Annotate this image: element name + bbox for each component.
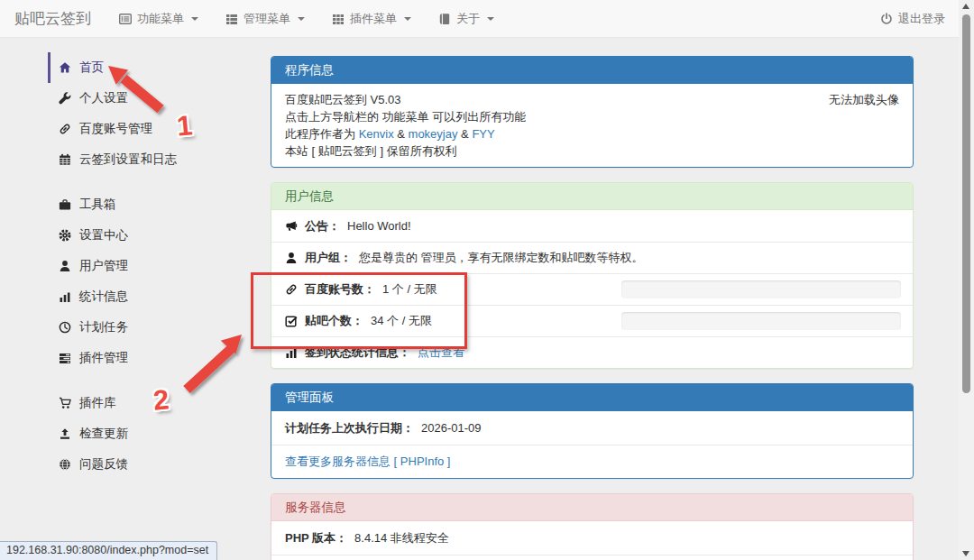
- sidebar-item-label: 设置中心: [79, 227, 128, 243]
- phpinfo-row: 查看更多服务器信息 [ PHPInfo ]: [271, 445, 913, 478]
- row-label: 公告：: [305, 218, 340, 234]
- nav-menu-label: 关于: [456, 11, 480, 27]
- link-icon: [59, 123, 71, 135]
- wrench-icon: [59, 92, 71, 105]
- home-icon: [59, 61, 71, 74]
- browser-status-url: 192.168.31.90:8080/index.php?mod=set: [0, 541, 217, 560]
- program-authors-line: 此程序作者为 Kenvix & mokeyjay & FYY: [285, 125, 899, 142]
- progress-bar: [621, 280, 901, 298]
- app-brand[interactable]: 贴吧云签到: [0, 8, 106, 29]
- sidebar-item[interactable]: 设置中心: [48, 220, 260, 251]
- sidebar-item[interactable]: 插件管理: [48, 343, 260, 373]
- panel-title: 用户信息: [271, 183, 913, 210]
- sidebar-item[interactable]: 百度账号管理: [48, 114, 260, 144]
- top-navbar: 贴吧云签到 功能菜单管理菜单插件菜单关于 退出登录: [0, 0, 974, 38]
- th-list-icon: [225, 13, 238, 25]
- sidebar-item[interactable]: 计划任务: [48, 312, 260, 343]
- caret-down-icon: [298, 17, 305, 21]
- progress-bar: [621, 312, 901, 330]
- nav-menu-item-0[interactable]: 功能菜单: [106, 0, 212, 37]
- nav-menu-label: 插件菜单: [350, 11, 397, 27]
- sidebar: 首页个人设置百度账号管理云签到设置和日志工具箱设置中心用户管理统计信息计划任务插…: [48, 52, 260, 494]
- th-icon: [332, 13, 345, 25]
- row-value: 您是尊贵的 管理员，享有无限绑定数和贴吧数等特权。: [359, 250, 644, 266]
- sidebar-item-label: 个人设置: [79, 90, 128, 106]
- cart-icon: [59, 397, 71, 409]
- phpinfo-link[interactable]: 查看更多服务器信息 [ PHPInfo ]: [285, 454, 450, 470]
- sidebar-item-label: 问题反馈: [79, 456, 128, 473]
- globe-icon: [59, 458, 71, 471]
- sidebar-item-label: 首页: [79, 60, 104, 76]
- logout-button[interactable]: 退出登录: [880, 11, 945, 27]
- nav-menu-item-2[interactable]: 插件菜单: [318, 0, 425, 37]
- scrollbar-thumb[interactable]: [962, 14, 970, 393]
- panel-title: 程序信息: [271, 57, 913, 84]
- panel-title: 服务器信息: [271, 494, 913, 521]
- sidebar-item-label: 插件管理: [79, 350, 128, 366]
- power-icon: [880, 13, 893, 25]
- sidebar-group: 工具箱设置中心用户管理统计信息计划任务插件管理: [48, 189, 260, 373]
- tasks-icon: [59, 352, 71, 364]
- sidebar-item[interactable]: 统计信息: [48, 281, 260, 312]
- sidebar-item[interactable]: 首页: [48, 52, 260, 83]
- nav-menu-label: 功能菜单: [137, 11, 184, 27]
- user-info-row: 公告：Hello World!: [271, 210, 913, 242]
- cron-last-run-date: 2026-01-09: [421, 421, 482, 435]
- bar-chart-icon: [59, 290, 71, 303]
- sidebar-item[interactable]: 工具箱: [48, 189, 260, 220]
- author-link[interactable]: FYY: [472, 127, 494, 141]
- book-icon: [438, 13, 451, 25]
- sidebar-item-label: 计划任务: [79, 319, 128, 335]
- sidebar-item[interactable]: 云签到设置和日志: [48, 144, 260, 175]
- program-info-body: 无法加载头像 百度贴吧云签到 V5.03 点击上方导航栏的 功能菜单 可以列出所…: [271, 84, 913, 167]
- gear-icon: [59, 229, 71, 242]
- sidebar-item-label: 百度账号管理: [79, 121, 152, 137]
- user-icon: [59, 260, 71, 272]
- nav-menus: 功能菜单管理菜单插件菜单关于: [106, 0, 508, 37]
- nav-menu-label: 管理菜单: [244, 11, 290, 27]
- upload-icon: [59, 427, 71, 440]
- caret-down-icon: [404, 17, 411, 21]
- row-value: Hello World!: [347, 219, 411, 233]
- sidebar-item[interactable]: 用户管理: [48, 251, 260, 281]
- caret-down-icon: [487, 17, 494, 21]
- logout-label: 退出登录: [898, 11, 945, 27]
- bullhorn-icon: [285, 220, 298, 233]
- sidebar-item-label: 工具箱: [79, 197, 116, 213]
- user-icon: [285, 252, 298, 264]
- php-version-label: PHP 版本：: [285, 530, 347, 546]
- scrollbar-down-icon[interactable]: [962, 551, 969, 556]
- php-version-value: 8.4.14 非线程安全: [354, 530, 449, 546]
- nav-menu-item-3[interactable]: 关于: [425, 0, 508, 37]
- row-label: 用户组：: [305, 250, 352, 266]
- php-version-row: PHP 版本： 8.4.14 非线程安全: [271, 521, 913, 555]
- user-info-row: 用户组：您是尊贵的 管理员，享有无限绑定数和贴吧数等特权。: [271, 242, 913, 273]
- scrollbar-up-icon[interactable]: [962, 4, 969, 9]
- author-link[interactable]: mokeyjay: [409, 127, 458, 141]
- server-info-panel: 服务器信息 PHP 版本： 8.4.14 非线程安全: [271, 493, 914, 560]
- program-info-panel: 程序信息 无法加载头像 百度贴吧云签到 V5.03 点击上方导航栏的 功能菜单 …: [271, 56, 914, 168]
- sidebar-item-label: 插件库: [79, 395, 116, 411]
- sidebar-item-label: 检查更新: [79, 426, 128, 442]
- scrollbar[interactable]: [959, 0, 974, 560]
- list-alt-icon: [119, 13, 132, 25]
- nav-menu-item-1[interactable]: 管理菜单: [212, 0, 318, 37]
- sidebar-item[interactable]: 问题反馈: [48, 449, 260, 480]
- briefcase-icon: [59, 198, 71, 211]
- sidebar-group: 首页个人设置百度账号管理云签到设置和日志: [48, 52, 260, 175]
- cron-last-run-label: 计划任务上次执行日期：: [285, 420, 414, 436]
- annotation-step-2: 2: [152, 383, 170, 417]
- author-link[interactable]: Kenvix: [359, 127, 394, 141]
- cron-last-run-row: 计划任务上次执行日期： 2026-01-09: [271, 411, 913, 445]
- caret-down-icon: [191, 17, 198, 21]
- sidebar-item-label: 用户管理: [79, 258, 128, 274]
- sidebar-item[interactable]: 检查更新: [48, 418, 260, 449]
- server-info-row-clipped: [271, 555, 913, 560]
- program-copyright-line: 本站 [ 贴吧云签到 ] 保留所有权利: [285, 142, 899, 160]
- sidebar-item-label: 云签到设置和日志: [79, 151, 177, 168]
- program-version-line: 百度贴吧云签到 V5.03: [285, 91, 899, 108]
- admin-panel: 管理面板 计划任务上次执行日期： 2026-01-09 查看更多服务器信息 [ …: [271, 383, 914, 479]
- calendar-icon: [59, 153, 71, 166]
- panel-title: 管理面板: [271, 384, 913, 411]
- sidebar-item[interactable]: 个人设置: [48, 83, 260, 114]
